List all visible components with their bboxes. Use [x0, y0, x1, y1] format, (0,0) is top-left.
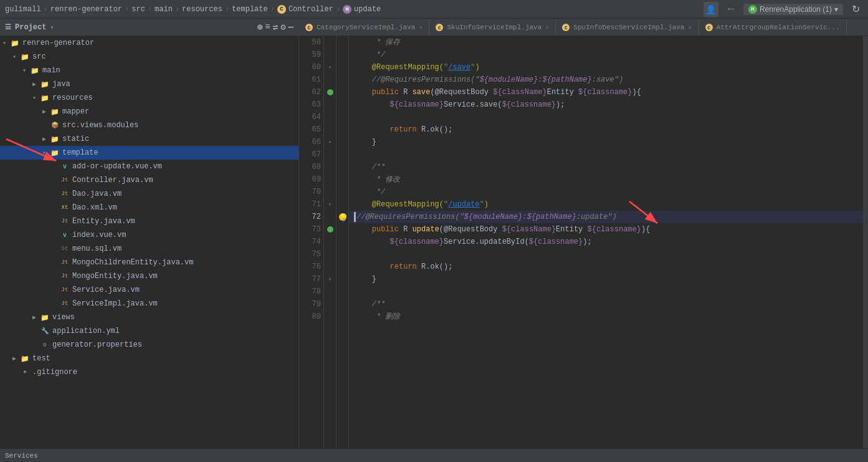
vm-icon: Jt: [60, 257, 70, 267]
tree-item-entity-vm[interactable]: Jt Entity.java.vm: [0, 214, 298, 228]
folder-arrow-icon: ▶: [42, 108, 50, 115]
tree-item-add-or-update[interactable]: v add-or-update.vue.vm: [0, 160, 298, 173]
vm-icon: Xt: [60, 203, 70, 213]
tree-item-menu-sql-vm[interactable]: St menu.sql.vm: [0, 242, 298, 256]
tree-label: Entity.java.vm: [72, 217, 135, 226]
code-line-77: }: [349, 273, 863, 286]
sidebar-settings-icon[interactable]: ⚙: [280, 22, 285, 32]
tree-item-dao-xml-vm[interactable]: Xt Dao.xml.vm: [0, 201, 298, 214]
scrollbar[interactable]: [863, 36, 868, 448]
sidebar-collapse-icon[interactable]: ≡: [265, 22, 270, 32]
tree-label-template: template: [62, 148, 98, 157]
user-icon-btn[interactable]: 👤: [703, 2, 718, 17]
tab-close-icon[interactable]: ✕: [689, 24, 692, 31]
tab-close-icon[interactable]: ✕: [419, 24, 422, 31]
back-btn[interactable]: ←: [723, 2, 738, 17]
ln-69: 69: [302, 173, 321, 186]
code-line-73: public R update(@RequestBody ${className…: [349, 223, 863, 236]
folder-arrow-icon: ▶: [32, 80, 40, 88]
refresh-btn[interactable]: ↻: [848, 2, 863, 17]
tree-label: static: [62, 135, 89, 143]
tree-label: Service.java.vm: [72, 286, 140, 294]
tree-item-mongo-entity-vm[interactable]: Jt MongoEntity.java.vm: [0, 269, 298, 283]
tree-item-generator-props[interactable]: ⚙ generator.properties: [0, 338, 298, 352]
tab-close-icon[interactable]: ✕: [545, 24, 549, 31]
code-editor: 58 59 60 61 62 63 64 65 66 67 68 69 70 7…: [299, 36, 868, 448]
tree-item-src[interactable]: ▾ 📁 src: [0, 50, 298, 64]
tree-item-index-vue-vm[interactable]: v index.vue.vm: [0, 228, 298, 242]
ln-70: 70: [302, 186, 321, 198]
app-name-btn[interactable]: R RenrenApplication (1) ▾: [743, 4, 843, 15]
code-line-68: /**: [349, 161, 863, 173]
tree-label: java: [52, 80, 70, 89]
ln-76: 76: [302, 261, 321, 273]
fold-arrow-icon[interactable]: ▾: [328, 64, 331, 71]
line-numbers: 58 59 60 61 62 63 64 65 66 67 68 69 70 7…: [299, 36, 324, 448]
fold-arrow-icon[interactable]: ▾: [328, 201, 331, 208]
ln-67: 67: [302, 148, 321, 161]
tree-item-static[interactable]: ▶ 📁 static: [0, 132, 298, 146]
tree-item-template[interactable]: ▾ 📁 template: [0, 146, 298, 160]
folder-icon: 📁: [50, 107, 60, 117]
app-label: RenrenApplication (1): [760, 5, 832, 14]
warning-bulb-icon[interactable]: 💡: [339, 213, 346, 221]
tab-category-service-impl[interactable]: C CategoryServiceImpl.java ✕: [299, 19, 429, 36]
sidebar-title: Project: [15, 23, 46, 32]
ln-71: 71: [302, 198, 321, 211]
tab-spu-info-desc-service-impl[interactable]: C SpuInfoDescServiceImpl.java ✕: [556, 19, 699, 36]
code-line-80: * 删除: [349, 310, 863, 323]
code-line-60: @RequestMapping("/save"): [349, 61, 863, 74]
tree-item-mapper[interactable]: ▶ 📁 mapper: [0, 105, 298, 118]
tree-item-src-views-modules[interactable]: 📦 src.views.modules: [0, 118, 298, 132]
tab-attr-attrgroup-relation-service[interactable]: C AttrAttrgroupRelationServic...: [699, 19, 847, 36]
vm-icon: Jt: [60, 299, 70, 309]
code-content[interactable]: * 保存 */ @RequestMapping("/save") //@Requ…: [349, 36, 863, 448]
tree-item-test[interactable]: ▶ 📁 test: [0, 352, 298, 365]
tree-item-mongo-children-vm[interactable]: Jt MongoChildrenEntity.java.vm: [0, 256, 298, 269]
tree-label: renren-generator: [22, 39, 94, 47]
tree-item-application-yml[interactable]: 🔧 application.yml: [0, 324, 298, 338]
fold-arrow-icon[interactable]: ▾: [328, 138, 331, 146]
breadcrumb-controller: Controller: [289, 5, 333, 14]
folder-arrow-icon: ▾: [42, 149, 50, 156]
tree-item-gitignore[interactable]: ● .gitignore: [0, 365, 298, 379]
project-icon: ☰: [5, 23, 11, 31]
code-line-58: * 保存: [349, 36, 863, 49]
ln-74: 74: [302, 236, 321, 248]
folder-icon: 📁: [40, 93, 50, 103]
sidebar-expand-icon[interactable]: ⇌: [273, 22, 278, 32]
code-line-65: return R.ok();: [349, 123, 863, 136]
folder-icon: 📁: [50, 148, 60, 158]
tree-item-main[interactable]: ▾ 📁 main: [0, 64, 298, 77]
folder-icon: 📁: [50, 134, 60, 144]
ln-58: 58: [302, 36, 321, 49]
tree-item-dao-java-vm[interactable]: Jt Dao.java.vm: [0, 187, 298, 201]
ln-59: 59: [302, 49, 321, 61]
sidebar: ☰ Project ▾ ⊕ ≡ ⇌ ⚙ — ▾ 📁 renren-generat…: [0, 19, 299, 448]
yml-icon: 🔧: [40, 326, 50, 336]
ln-66: 66: [302, 136, 321, 148]
tree-item-java[interactable]: ▶ 📁 java: [0, 77, 298, 91]
sidebar-close-icon[interactable]: —: [289, 22, 293, 32]
ln-61: 61: [302, 74, 321, 86]
fold-arrow-icon[interactable]: ▾: [328, 276, 331, 283]
tree-item-service-vm[interactable]: Jt Service.java.vm: [0, 283, 298, 297]
tree-item-controller-vm[interactable]: Jt Controller.java.vm: [0, 173, 298, 187]
tree-label: mapper: [62, 107, 89, 116]
tree-item-views[interactable]: ▶ 📁 views: [0, 310, 298, 324]
tree-label: src: [32, 52, 46, 61]
tree-label: generator.properties: [52, 340, 142, 349]
code-line-72: //@RequiresPermissions("${moduleName}:${…: [349, 211, 863, 223]
tree-item-resources[interactable]: ▾ 📁 resources: [0, 91, 298, 105]
package-icon: 📦: [50, 120, 60, 130]
tree-item-renren-generator[interactable]: ▾ 📁 renren-generator: [0, 36, 298, 50]
tree-label: ServiceImpl.java.vm: [72, 299, 158, 308]
sidebar-locate-icon[interactable]: ⊕: [257, 22, 262, 32]
tab-sku-info-service-impl[interactable]: C SkuInfoServiceImpl.java ✕: [429, 19, 556, 36]
tab-icon-c: C: [705, 24, 713, 31]
text-cursor: [354, 212, 356, 222]
tree-label: MongoEntity.java.vm: [72, 272, 158, 281]
code-line-66: }: [349, 136, 863, 148]
code-line-71: @RequestMapping("/update"): [349, 198, 863, 211]
tree-item-service-impl-vm[interactable]: Jt ServiceImpl.java.vm: [0, 297, 298, 310]
